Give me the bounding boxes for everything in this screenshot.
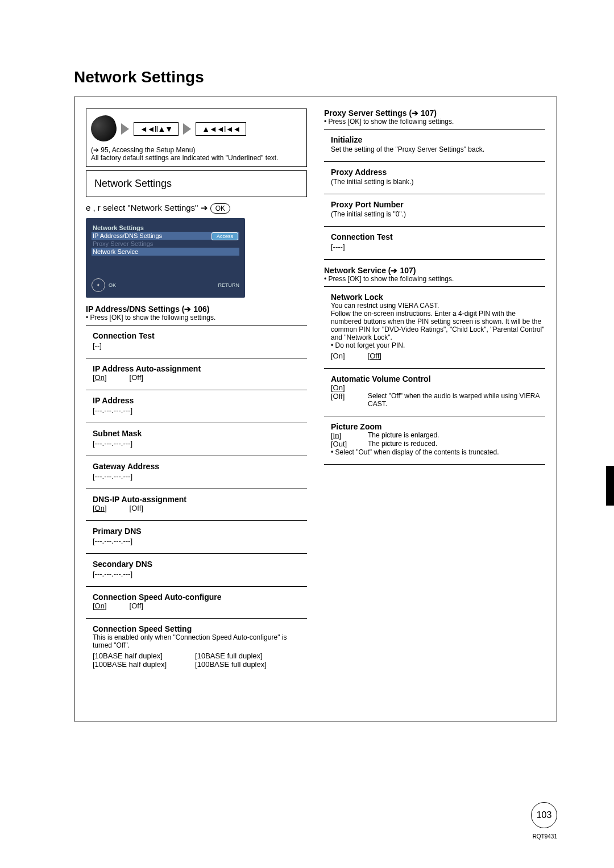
opt-off: [Off] xyxy=(130,373,143,382)
subnet-title: Subnet Mask xyxy=(93,429,307,438)
gateway-title: Gateway Address xyxy=(93,462,307,471)
remote-icon xyxy=(88,113,119,144)
pport-title: Proxy Port Number xyxy=(331,200,545,209)
play-icon-2 xyxy=(183,123,191,135)
menu-panel: Network Settings xyxy=(86,170,307,197)
lock-title: Network Lock xyxy=(331,293,545,302)
right-column: Proxy Server Settings (➔ 107) • Press [O… xyxy=(324,108,545,710)
screen-preview: Network Settings IP Address/DNS Settings… xyxy=(86,218,245,298)
content-frame: ◄◄II▲▼ ▲◄◄I◄◄ (➔ 95, Accessing the Setup… xyxy=(74,97,557,721)
gateway-val: [---.---.---.---] xyxy=(93,472,307,481)
lock-body3: • Do not forget your PIN. xyxy=(331,341,545,349)
init-body: Set the setting of the "Proxy Server Set… xyxy=(331,145,545,153)
lock-body1: You can restrict using VIERA CAST. xyxy=(331,302,545,310)
avc-on: [On] xyxy=(331,383,356,392)
speed-2b: [100BASE full duplex] xyxy=(195,660,267,669)
lock-body2: Follow the on-screen instructions. Enter… xyxy=(331,310,545,341)
speed-2a: [100BASE half duplex] xyxy=(93,660,167,669)
paddr-body: (The initial setting is blank.) xyxy=(331,178,545,186)
service-heading: Network Service (➔ 107) xyxy=(324,266,545,275)
speed-1b: [10BASE full duplex] xyxy=(195,652,267,660)
pic-note: • Select "Out" when display of the conte… xyxy=(331,448,545,456)
pic-in: [In] xyxy=(331,431,356,440)
remote-panel: ◄◄II▲▼ ▲◄◄I◄◄ (➔ 95, Accessing the Setup… xyxy=(86,108,307,167)
dnsauto-title: DNS-IP Auto-assignment xyxy=(93,495,307,504)
opt-on: [On] xyxy=(93,504,107,512)
opt-on: [On] xyxy=(331,352,345,360)
opt-off: [Off] xyxy=(130,504,143,512)
ipauto-title: IP Address Auto-assignment xyxy=(93,364,307,373)
pic-out: [Out] xyxy=(331,440,356,448)
service-sub: • Press [OK] to show the following setti… xyxy=(324,275,545,283)
avc-off: [Off] xyxy=(331,392,356,408)
screen-ok: OK xyxy=(109,282,116,288)
doc-code: RQT9431 xyxy=(533,833,557,840)
primary-title: Primary DNS xyxy=(93,527,307,536)
pic-out-text: The picture is reduced. xyxy=(368,440,437,448)
pic-title: Picture Zoom xyxy=(331,422,545,431)
left-column: ◄◄II▲▼ ▲◄◄I◄◄ (➔ 95, Accessing the Setup… xyxy=(86,108,307,710)
screen-row2: Proxy Server Settings xyxy=(92,240,239,248)
screen-return: RETURN xyxy=(218,282,240,288)
select-line: e , r select "Network Settings" ➔ xyxy=(86,203,210,212)
init-title: Initialize xyxy=(331,135,545,144)
ipdns-heading: IP Address/DNS Settings (➔ 106) xyxy=(86,304,307,314)
speedset-note: This is enabled only when "Connection Sp… xyxy=(93,633,307,649)
rctest-title: Connection Test xyxy=(331,232,545,241)
ctest-val: [--] xyxy=(93,341,307,350)
speedauto-title: Connection Speed Auto-configure xyxy=(93,592,307,602)
play-icon xyxy=(121,123,129,135)
remote-btn-1: ◄◄II▲▼ xyxy=(134,122,179,136)
remote-btn-2: ▲◄◄I◄◄ xyxy=(196,122,246,136)
dpad-icon: ✦ xyxy=(92,278,105,292)
speed-1a: [10BASE half duplex] xyxy=(93,652,167,660)
pport-body: (The initial setting is "0".) xyxy=(331,210,545,218)
side-tab xyxy=(606,466,614,506)
rctest-val: [----] xyxy=(331,243,545,251)
page-title: Network Settings xyxy=(74,68,557,86)
screen-row1: IP Address/DNS Settings xyxy=(92,232,197,240)
ok-button-icon: OK xyxy=(210,203,230,214)
secondary-val: [---.---.---.---] xyxy=(93,570,307,578)
avc-off-text: Select "Off" when the audio is warped wh… xyxy=(368,392,545,408)
primary-val: [---.---.---.---] xyxy=(93,537,307,545)
speedset-title: Connection Speed Setting xyxy=(93,624,307,633)
screen-row3: Network Service xyxy=(92,248,239,256)
opt-off: [Off] xyxy=(130,602,143,610)
ipaddr-title: IP Address xyxy=(93,396,307,405)
avc-title: Automatic Volume Control xyxy=(331,374,545,383)
remote-ref: (➔ 95, Accessing the Setup Menu) xyxy=(91,146,302,154)
secondary-title: Secondary DNS xyxy=(93,560,307,569)
opt-off: [Off] xyxy=(368,352,381,360)
remote-note: All factory default settings are indicat… xyxy=(91,154,302,162)
ctest-title: Connection Test xyxy=(93,331,307,340)
pic-in-text: The picture is enlarged. xyxy=(368,431,439,440)
subnet-val: [---.---.---.---] xyxy=(93,439,307,448)
proxy-sub: • Press [OK] to show the following setti… xyxy=(324,118,545,126)
page-number: 103 xyxy=(531,802,557,828)
ipaddr-val: [---.---.---.---] xyxy=(93,406,307,415)
screen-header: Network Settings xyxy=(92,224,239,232)
ipdns-sub: • Press [OK] to show the following setti… xyxy=(86,314,307,322)
opt-on: [On] xyxy=(93,373,107,382)
paddr-title: Proxy Address xyxy=(331,168,545,177)
proxy-heading: Proxy Server Settings (➔ 107) xyxy=(324,108,545,118)
access-btn: Access xyxy=(211,232,238,240)
opt-on: [On] xyxy=(93,602,107,610)
